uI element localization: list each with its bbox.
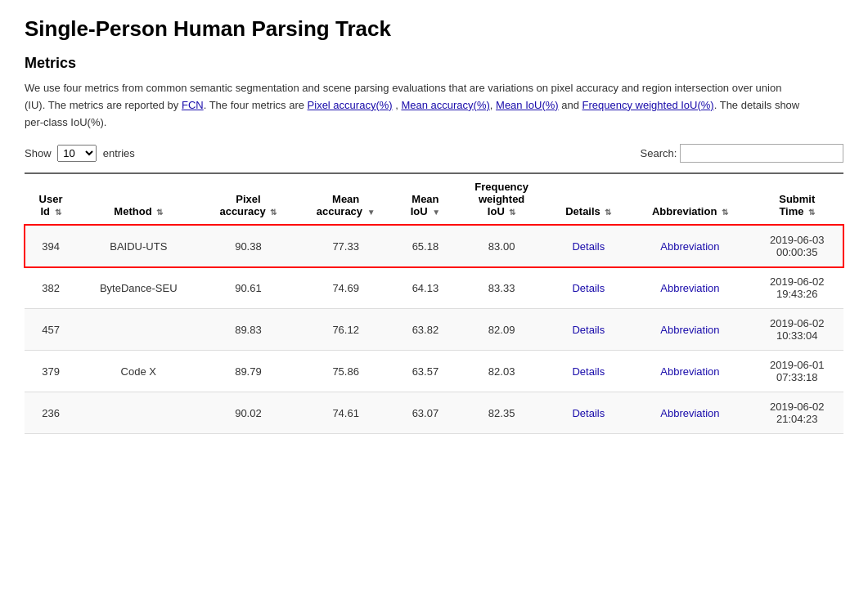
cell-method: Code X <box>77 351 200 392</box>
cell-user-id: 382 <box>25 267 77 309</box>
cell-details-link[interactable]: Details <box>572 407 605 419</box>
cell-pixel-accuracy: 90.38 <box>200 225 296 267</box>
col-freq-weighted-iou[interactable]: FrequencyweightedIoU ⇅ <box>456 173 547 225</box>
cell-submit-time: 2019-06-03 00:00:35 <box>751 225 843 267</box>
show-label: Show <box>25 147 52 159</box>
cell-pixel-accuracy: 89.83 <box>200 309 296 351</box>
cell-submit-time: 2019-06-02 10:33:04 <box>751 309 843 351</box>
cell-mean-iou: 63.57 <box>395 351 456 392</box>
cell-abbreviation-link[interactable]: Abbreviation <box>660 365 719 378</box>
cell-details[interactable]: Details <box>547 392 629 434</box>
cell-abbreviation[interactable]: Abbreviation <box>629 225 750 267</box>
table-row: 394BAIDU-UTS90.3877.3365.1883.00DetailsA… <box>25 225 843 267</box>
col-mean-accuracy[interactable]: Meanaccuracy ▼ <box>296 173 394 225</box>
cell-user-id: 236 <box>25 392 77 434</box>
cell-abbreviation[interactable]: Abbreviation <box>629 351 750 392</box>
col-user-id[interactable]: UserId ⇅ <box>25 173 77 225</box>
col-pixel-accuracy[interactable]: Pixelaccuracy ⇅ <box>200 173 296 225</box>
cell-abbreviation-link[interactable]: Abbreviation <box>660 407 719 419</box>
col-abbreviation[interactable]: Abbreviation ⇅ <box>629 173 750 225</box>
col-method[interactable]: Method ⇅ <box>77 173 200 225</box>
cell-mean-iou: 63.82 <box>395 309 456 351</box>
mean-accuracy-link[interactable]: Mean accuracy(%) <box>401 99 489 111</box>
cell-mean-accuracy: 76.12 <box>296 309 394 351</box>
cell-details-link[interactable]: Details <box>572 365 605 378</box>
cell-freq-weighted-iou: 82.09 <box>456 309 547 351</box>
col-details[interactable]: Details ⇅ <box>547 173 629 225</box>
description-text: We use four metrics from common semantic… <box>25 80 802 131</box>
entries-select[interactable]: 102550100 <box>57 145 97 162</box>
metrics-heading: Metrics <box>25 55 843 72</box>
show-entries-control: Show 102550100 entries <box>25 145 135 162</box>
cell-details-link[interactable]: Details <box>572 324 605 336</box>
cell-mean-accuracy: 74.69 <box>296 267 394 309</box>
cell-user-id: 394 <box>25 225 77 267</box>
cell-pixel-accuracy: 89.79 <box>200 351 296 392</box>
table-header: UserId ⇅ Method ⇅ Pixelaccuracy ⇅ Meanac… <box>25 173 843 225</box>
search-label: Search: <box>641 147 677 159</box>
table-body: 394BAIDU-UTS90.3877.3365.1883.00DetailsA… <box>25 225 843 434</box>
table-row: 23690.0274.6163.0782.35DetailsAbbreviati… <box>25 392 843 434</box>
fcn-link[interactable]: FCN <box>182 99 204 111</box>
cell-mean-iou: 63.07 <box>395 392 456 434</box>
table-row: 382ByteDance-SEU90.6174.6964.1383.33Deta… <box>25 267 843 309</box>
search-area: Search: <box>641 144 843 163</box>
controls-row: Show 102550100 entries Search: <box>25 144 843 163</box>
table-row: 45789.8376.1263.8282.09DetailsAbbreviati… <box>25 309 843 351</box>
cell-method <box>77 392 200 434</box>
cell-details[interactable]: Details <box>547 267 629 309</box>
results-table: UserId ⇅ Method ⇅ Pixelaccuracy ⇅ Meanac… <box>25 172 843 434</box>
entries-label: entries <box>103 147 135 159</box>
cell-mean-accuracy: 74.61 <box>296 392 394 434</box>
cell-user-id: 379 <box>25 351 77 392</box>
cell-submit-time: 2019-06-02 21:04:23 <box>751 392 843 434</box>
header-row: UserId ⇅ Method ⇅ Pixelaccuracy ⇅ Meanac… <box>25 173 843 225</box>
cell-submit-time: 2019-06-02 19:43:26 <box>751 267 843 309</box>
cell-mean-iou: 65.18 <box>395 225 456 267</box>
cell-details[interactable]: Details <box>547 225 629 267</box>
cell-abbreviation[interactable]: Abbreviation <box>629 267 750 309</box>
cell-freq-weighted-iou: 83.00 <box>456 225 547 267</box>
cell-method: BAIDU-UTS <box>77 225 200 267</box>
cell-method <box>77 309 200 351</box>
cell-method: ByteDance-SEU <box>77 267 200 309</box>
cell-abbreviation[interactable]: Abbreviation <box>629 392 750 434</box>
cell-pixel-accuracy: 90.02 <box>200 392 296 434</box>
search-input[interactable] <box>680 144 843 163</box>
table-row: 379Code X89.7975.8663.5782.03DetailsAbbr… <box>25 351 843 392</box>
cell-freq-weighted-iou: 82.03 <box>456 351 547 392</box>
cell-details-link[interactable]: Details <box>572 240 605 253</box>
cell-mean-iou: 64.13 <box>395 267 456 309</box>
cell-abbreviation-link[interactable]: Abbreviation <box>660 240 719 253</box>
cell-abbreviation[interactable]: Abbreviation <box>629 309 750 351</box>
cell-pixel-accuracy: 90.61 <box>200 267 296 309</box>
cell-user-id: 457 <box>25 309 77 351</box>
pixel-accuracy-link[interactable]: Pixel accuracy(%) <box>308 99 393 111</box>
cell-freq-weighted-iou: 83.33 <box>456 267 547 309</box>
cell-details[interactable]: Details <box>547 351 629 392</box>
cell-submit-time: 2019-06-01 07:33:18 <box>751 351 843 392</box>
cell-details-link[interactable]: Details <box>572 282 605 294</box>
col-mean-iou[interactable]: MeanIoU ▼ <box>395 173 456 225</box>
cell-freq-weighted-iou: 82.35 <box>456 392 547 434</box>
cell-mean-accuracy: 75.86 <box>296 351 394 392</box>
col-submit-time[interactable]: SubmitTime ⇅ <box>751 173 843 225</box>
cell-details[interactable]: Details <box>547 309 629 351</box>
cell-abbreviation-link[interactable]: Abbreviation <box>660 282 719 294</box>
cell-abbreviation-link[interactable]: Abbreviation <box>660 324 719 336</box>
cell-mean-accuracy: 77.33 <box>296 225 394 267</box>
mean-iou-link[interactable]: Mean IoU(%) <box>496 99 559 111</box>
page-title: Single-Person Human Parsing Track <box>25 16 843 42</box>
freq-weighted-link[interactable]: Frequency weighted IoU(%) <box>582 99 714 111</box>
